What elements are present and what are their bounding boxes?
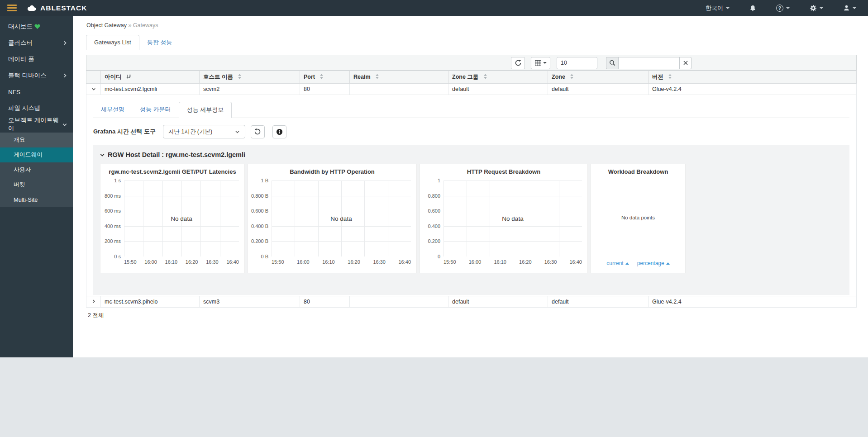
col-header-hostname[interactable]: 호스트 이름 — [200, 71, 300, 84]
y-tick: 0.800 — [428, 193, 440, 199]
chart-panel-http-requests: HTTP Request Breakdown 1 0.800 0.600 0.4… — [420, 164, 588, 273]
sidebar-item-filesystems[interactable]: 파일 시스템 — [0, 100, 73, 116]
chart-panel-bandwidth: Bandwidth by HTTP Operation 1 B 0.800 B … — [248, 164, 417, 273]
chevron-right-icon — [63, 41, 67, 45]
object-gateway-submenu: 개요 게이트웨이 사용자 버킷 Multi-Site — [0, 133, 73, 207]
sidebar-item-label: 데이터 풀 — [8, 55, 67, 63]
detail-tab-performance-counters[interactable]: 성능 카운터 — [132, 102, 179, 118]
sidebar-item-data-pools[interactable]: 데이터 풀 — [0, 51, 73, 67]
y-tick: 0 — [438, 254, 440, 259]
grafana-info-button[interactable] — [272, 125, 286, 138]
x-tick: 16:30 — [544, 259, 557, 265]
row-expand-toggle[interactable] — [86, 296, 101, 308]
clear-search-button[interactable] — [680, 57, 692, 69]
table-row[interactable]: mc-test.scvm3.piheio scvm3 80 default de… — [86, 296, 857, 308]
y-tick: 0 B — [261, 254, 268, 259]
cell-id: mc-test.scvm3.piheio — [101, 296, 200, 308]
no-data-points-label: No data points — [591, 175, 685, 260]
column-toggle-dropdown[interactable] — [531, 57, 550, 69]
sidebar-subitem-label: 버킷 — [14, 181, 25, 189]
sidebar-subitem-overview[interactable]: 개요 — [0, 133, 73, 147]
y-tick: 0.600 — [428, 208, 440, 214]
sidebar-item-label: 클러스터 — [8, 39, 63, 47]
chart-plot-area: No data — [444, 180, 582, 256]
sidebar: 대시보드 클러스터 데이터 풀 블럭 디바이스 NFS 파일 시스템 — [0, 16, 73, 357]
y-tick: 0.400 B — [251, 223, 268, 229]
chart-title: HTTP Request Breakdown — [420, 168, 587, 175]
tab-overall-performance[interactable]: 통합 성능 — [139, 35, 180, 50]
sort-icon — [238, 74, 242, 81]
language-menu[interactable]: 한국어 — [706, 4, 730, 12]
sidebar-item-nfs[interactable]: NFS — [0, 84, 73, 100]
col-header-id[interactable]: 아이디 — [101, 71, 200, 84]
sidebar-item-cluster[interactable]: 클러스터 — [0, 35, 73, 51]
cell-zone: default — [548, 296, 649, 308]
caret-up-icon — [666, 262, 670, 265]
time-range-select[interactable]: 지난 1시간 (기본) — [163, 125, 245, 138]
col-header-zone-group[interactable]: Zone 그룹 — [448, 71, 548, 84]
sidebar-subitem-gateways[interactable]: 게이트웨이 — [0, 147, 73, 162]
x-tick: 16:30 — [373, 259, 386, 265]
row-collapse-toggle[interactable] — [86, 84, 101, 95]
sidebar-item-dashboard[interactable]: 대시보드 — [0, 19, 73, 35]
col-header-version[interactable]: 버전 — [649, 71, 857, 84]
help-icon: ? — [776, 5, 783, 12]
sort-icon — [570, 74, 574, 81]
x-axis: 15:50 16:00 16:10 16:20 16:30 16:40 — [444, 259, 582, 265]
rgw-host-detail-header[interactable]: RGW Host Detail : rgw.mc-test.scvm2.lgcm… — [98, 149, 849, 164]
x-tick: 16:00 — [144, 259, 157, 265]
y-tick: 0.400 — [428, 223, 440, 229]
tab-gateways-list[interactable]: Gateways List — [86, 35, 139, 50]
x-tick: 15:50 — [272, 259, 284, 265]
cell-host: scvm2 — [200, 84, 300, 95]
sidebar-subitem-buckets[interactable]: 버킷 — [0, 177, 73, 192]
y-tick: 0.600 B — [251, 208, 268, 214]
cell-zone-group: default — [448, 296, 548, 308]
search-icon-button[interactable] — [606, 57, 618, 69]
no-data-label: No data — [171, 215, 192, 222]
x-tick: 16:00 — [297, 259, 310, 265]
cell-realm — [350, 296, 448, 308]
col-header-zone[interactable]: Zone — [548, 71, 649, 84]
x-axis: 15:50 16:00 16:10 16:20 16:30 16:40 — [124, 259, 239, 265]
close-icon — [683, 61, 688, 65]
help-menu[interactable]: ? — [776, 5, 790, 12]
sidebar-item-block-devices[interactable]: 블럭 디바이스 — [0, 67, 73, 84]
cell-port: 80 — [300, 84, 350, 95]
language-label: 한국어 — [706, 4, 723, 12]
user-icon — [843, 5, 850, 11]
sidebar-subitem-users[interactable]: 사용자 — [0, 162, 73, 177]
refresh-button[interactable] — [511, 57, 525, 69]
notifications-button[interactable] — [749, 5, 756, 12]
legend-sort-current[interactable]: current — [606, 260, 629, 266]
chart-title: Workload Breakdown — [591, 168, 685, 175]
breadcrumb-section: Object Gateway — [86, 22, 127, 28]
col-header-label: 아이디 — [105, 74, 122, 80]
sidebar-item-object-gateway[interactable]: 오브젝트 게이트웨이 — [0, 116, 73, 133]
brand-logo[interactable]: ABLESTACK — [26, 4, 87, 12]
x-tick: 16:10 — [494, 259, 506, 265]
menu-toggle-icon[interactable] — [7, 3, 17, 13]
detail-tab-details[interactable]: 세부설명 — [93, 102, 132, 118]
sidebar-subitem-multisite[interactable]: Multi-Site — [0, 192, 73, 207]
table-row[interactable]: mc-test.scvm2.lgcmli scvm2 80 default de… — [86, 84, 857, 95]
table-search — [606, 57, 692, 69]
search-input[interactable] — [618, 57, 680, 69]
y-tick: 1 B — [261, 178, 268, 183]
x-tick: 16:10 — [165, 259, 178, 265]
chevron-down-icon — [853, 7, 856, 9]
user-menu[interactable] — [843, 5, 856, 11]
col-header-realm[interactable]: Realm — [350, 71, 448, 84]
legend-sort-percentage[interactable]: percentage — [637, 260, 670, 266]
grafana-reset-time-button[interactable] — [251, 125, 265, 138]
col-header-port[interactable]: Port — [300, 71, 350, 84]
col-header-label: Zone 그룹 — [452, 74, 478, 80]
page-size-input[interactable] — [557, 57, 597, 69]
brand-name: ABLESTACK — [40, 4, 87, 12]
breadcrumb: Object Gateway » Gateways — [73, 16, 868, 28]
x-tick: 16:40 — [226, 259, 239, 265]
col-header-expand — [86, 71, 101, 84]
settings-menu[interactable] — [810, 5, 823, 12]
detail-tabs: 세부설명 성능 카운터 성능 세부정보 — [93, 102, 849, 118]
detail-tab-performance-details[interactable]: 성능 세부정보 — [179, 102, 232, 118]
